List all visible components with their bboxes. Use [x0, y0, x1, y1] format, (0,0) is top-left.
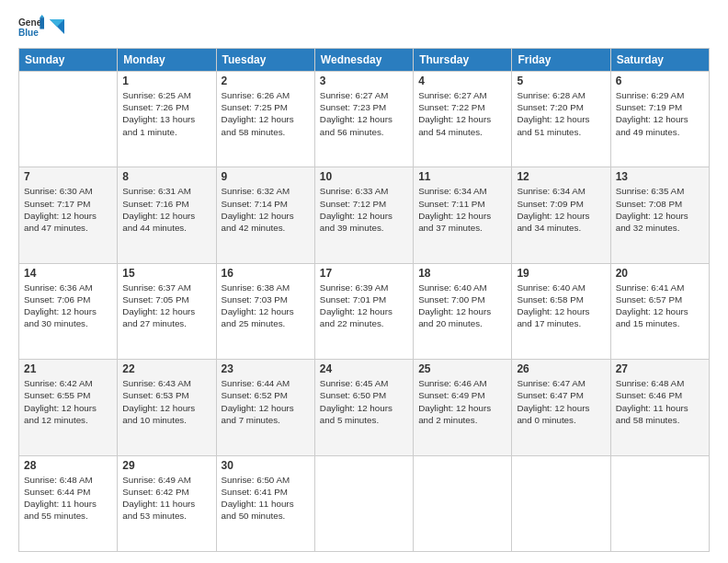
day-number: 19 [517, 267, 605, 280]
day-number: 3 [320, 75, 408, 87]
weekday-header-row: SundayMondayTuesdayWednesdayThursdayFrid… [19, 49, 710, 72]
cell-info: Sunrise: 6:36 AMSunset: 7:06 PMDaylight:… [24, 282, 97, 329]
day-number: 24 [320, 362, 408, 375]
calendar-cell: 23Sunrise: 6:44 AMSunset: 6:52 PMDayligh… [216, 360, 314, 455]
day-number: 11 [418, 170, 506, 183]
calendar-cell: 26Sunrise: 6:47 AMSunset: 6:47 PMDayligh… [512, 360, 610, 455]
cell-info: Sunrise: 6:47 AMSunset: 6:47 PMDaylight:… [517, 378, 589, 425]
calendar-cell: 8Sunrise: 6:31 AMSunset: 7:16 PMDaylight… [118, 167, 216, 263]
weekday-header-thursday: Thursday [414, 49, 512, 72]
calendar-cell: 9Sunrise: 6:32 AMSunset: 7:14 PMDaylight… [216, 167, 314, 263]
calendar-cell: 12Sunrise: 6:34 AMSunset: 7:09 PMDayligh… [512, 167, 610, 263]
day-number: 15 [122, 267, 210, 280]
calendar-cell: 17Sunrise: 6:39 AMSunset: 7:01 PMDayligh… [314, 263, 413, 359]
calendar-cell: 21Sunrise: 6:42 AMSunset: 6:55 PMDayligh… [19, 360, 118, 455]
calendar-cell: 15Sunrise: 6:37 AMSunset: 7:05 PMDayligh… [118, 263, 216, 359]
calendar-cell: 13Sunrise: 6:35 AMSunset: 7:08 PMDayligh… [610, 167, 709, 263]
day-number: 16 [222, 267, 310, 280]
calendar-cell [512, 455, 610, 551]
calendar-table: SundayMondayTuesdayWednesdayThursdayFrid… [18, 48, 710, 552]
cell-info: Sunrise: 6:29 AMSunset: 7:19 PMDaylight:… [616, 90, 688, 137]
weekday-header-saturday: Saturday [610, 49, 709, 72]
logo-icon: General Blue [18, 15, 44, 40]
calendar-cell: 28Sunrise: 6:48 AMSunset: 6:44 PMDayligh… [19, 455, 118, 551]
cell-info: Sunrise: 6:34 AMSunset: 7:09 PMDaylight:… [517, 186, 589, 233]
day-number: 30 [222, 459, 310, 472]
day-number: 4 [418, 75, 506, 87]
calendar-cell: 10Sunrise: 6:33 AMSunset: 7:12 PMDayligh… [314, 167, 413, 263]
cell-info: Sunrise: 6:45 AMSunset: 6:50 PMDaylight:… [320, 378, 392, 425]
day-number: 14 [24, 267, 112, 280]
cell-info: Sunrise: 6:28 AMSunset: 7:20 PMDaylight:… [517, 90, 589, 137]
weekday-header-sunday: Sunday [19, 49, 118, 72]
calendar-cell: 20Sunrise: 6:41 AMSunset: 6:57 PMDayligh… [610, 263, 709, 359]
day-number: 1 [122, 75, 210, 87]
day-number: 10 [320, 170, 408, 183]
cell-info: Sunrise: 6:35 AMSunset: 7:08 PMDaylight:… [616, 186, 688, 233]
cell-info: Sunrise: 6:41 AMSunset: 6:57 PMDaylight:… [616, 282, 688, 329]
day-number: 12 [517, 170, 605, 183]
weekday-header-wednesday: Wednesday [314, 49, 413, 72]
calendar-cell: 25Sunrise: 6:46 AMSunset: 6:49 PMDayligh… [414, 360, 512, 455]
cell-info: Sunrise: 6:31 AMSunset: 7:16 PMDaylight:… [122, 186, 195, 233]
calendar-cell: 19Sunrise: 6:40 AMSunset: 6:58 PMDayligh… [512, 263, 610, 359]
calendar-cell [314, 455, 413, 551]
calendar-cell: 22Sunrise: 6:43 AMSunset: 6:53 PMDayligh… [118, 360, 216, 455]
day-number: 27 [616, 362, 704, 375]
week-row-5: 28Sunrise: 6:48 AMSunset: 6:44 PMDayligh… [19, 455, 710, 551]
cell-info: Sunrise: 6:25 AMSunset: 7:26 PMDaylight:… [122, 90, 195, 137]
day-number: 18 [418, 267, 506, 280]
calendar-cell: 18Sunrise: 6:40 AMSunset: 7:00 PMDayligh… [414, 263, 512, 359]
week-row-3: 14Sunrise: 6:36 AMSunset: 7:06 PMDayligh… [19, 263, 710, 359]
calendar-cell: 30Sunrise: 6:50 AMSunset: 6:41 PMDayligh… [216, 455, 314, 551]
cell-info: Sunrise: 6:43 AMSunset: 6:53 PMDaylight:… [122, 378, 195, 425]
week-row-2: 7Sunrise: 6:30 AMSunset: 7:17 PMDaylight… [19, 167, 710, 263]
cell-info: Sunrise: 6:48 AMSunset: 6:46 PMDaylight:… [616, 378, 688, 425]
day-number: 25 [418, 362, 506, 375]
calendar-cell: 2Sunrise: 6:26 AMSunset: 7:25 PMDaylight… [216, 72, 314, 167]
calendar-cell: 27Sunrise: 6:48 AMSunset: 6:46 PMDayligh… [610, 360, 709, 455]
calendar-cell [414, 455, 512, 551]
calendar-cell: 14Sunrise: 6:36 AMSunset: 7:06 PMDayligh… [19, 263, 118, 359]
cell-info: Sunrise: 6:42 AMSunset: 6:55 PMDaylight:… [24, 378, 97, 425]
logo: General Blue [18, 15, 64, 40]
day-number: 13 [616, 170, 704, 183]
week-row-4: 21Sunrise: 6:42 AMSunset: 6:55 PMDayligh… [19, 360, 710, 455]
cell-info: Sunrise: 6:27 AMSunset: 7:22 PMDaylight:… [418, 90, 491, 137]
cell-info: Sunrise: 6:26 AMSunset: 7:25 PMDaylight:… [222, 90, 294, 137]
week-row-1: 1Sunrise: 6:25 AMSunset: 7:26 PMDaylight… [19, 72, 710, 167]
day-number: 6 [616, 75, 704, 87]
calendar-cell [610, 455, 709, 551]
cell-info: Sunrise: 6:40 AMSunset: 6:58 PMDaylight:… [517, 282, 589, 329]
cell-info: Sunrise: 6:48 AMSunset: 6:44 PMDaylight:… [24, 475, 97, 522]
day-number: 23 [222, 362, 310, 375]
day-number: 20 [616, 267, 704, 280]
cell-info: Sunrise: 6:30 AMSunset: 7:17 PMDaylight:… [24, 186, 97, 233]
day-number: 5 [517, 75, 605, 87]
calendar-cell: 3Sunrise: 6:27 AMSunset: 7:23 PMDaylight… [314, 72, 413, 167]
calendar-cell: 16Sunrise: 6:38 AMSunset: 7:03 PMDayligh… [216, 263, 314, 359]
day-number: 17 [320, 267, 408, 280]
day-number: 28 [24, 459, 112, 472]
day-number: 21 [24, 362, 112, 375]
day-number: 2 [222, 75, 310, 87]
calendar-cell: 6Sunrise: 6:29 AMSunset: 7:19 PMDaylight… [610, 72, 709, 167]
weekday-header-friday: Friday [512, 49, 610, 72]
weekday-header-monday: Monday [118, 49, 216, 72]
day-number: 22 [122, 362, 210, 375]
day-number: 26 [517, 362, 605, 375]
calendar-cell: 29Sunrise: 6:49 AMSunset: 6:42 PMDayligh… [118, 455, 216, 551]
cell-info: Sunrise: 6:27 AMSunset: 7:23 PMDaylight:… [320, 90, 392, 137]
cell-info: Sunrise: 6:46 AMSunset: 6:49 PMDaylight:… [418, 378, 491, 425]
cell-info: Sunrise: 6:32 AMSunset: 7:14 PMDaylight:… [222, 186, 294, 233]
cell-info: Sunrise: 6:33 AMSunset: 7:12 PMDaylight:… [320, 186, 392, 233]
cell-info: Sunrise: 6:39 AMSunset: 7:01 PMDaylight:… [320, 282, 392, 329]
calendar-cell: 4Sunrise: 6:27 AMSunset: 7:22 PMDaylight… [414, 72, 512, 167]
calendar-cell: 24Sunrise: 6:45 AMSunset: 6:50 PMDayligh… [314, 360, 413, 455]
logo-triangle-icon [44, 17, 64, 38]
cell-info: Sunrise: 6:34 AMSunset: 7:11 PMDaylight:… [418, 186, 491, 233]
svg-text:Blue: Blue [18, 28, 39, 38]
day-number: 8 [122, 170, 210, 183]
calendar-cell: 7Sunrise: 6:30 AMSunset: 7:17 PMDaylight… [19, 167, 118, 263]
cell-info: Sunrise: 6:40 AMSunset: 7:00 PMDaylight:… [418, 282, 491, 329]
